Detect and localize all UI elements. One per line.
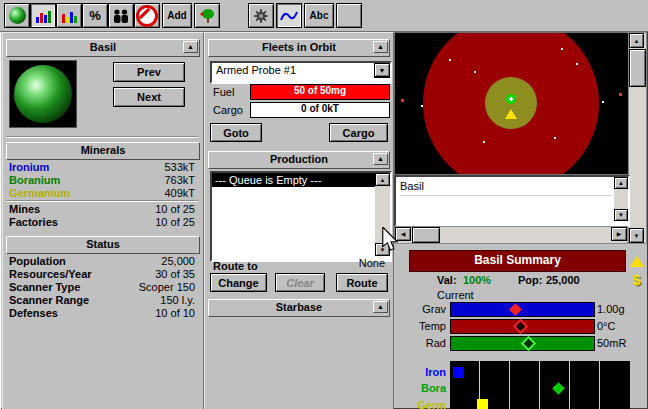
planet-list-scrollbar[interactable]: ▲ ▼ xyxy=(614,177,628,221)
population-button[interactable] xyxy=(108,3,134,28)
temp-bar xyxy=(450,319,595,334)
val-label: Val: xyxy=(437,274,457,286)
enemy-dot xyxy=(401,99,404,102)
planet-list-item[interactable]: Basil xyxy=(400,180,612,196)
mineral-row-boranium: Boranium 763kT xyxy=(9,174,197,187)
grav-value: 1.00g xyxy=(597,303,625,315)
collapse-starbase-button[interactable]: ▲ xyxy=(373,301,388,313)
scroll-right-icon[interactable]: ▶ xyxy=(611,227,627,241)
add-waypoint-button[interactable]: Add xyxy=(162,3,192,28)
planet-name: Basil xyxy=(90,41,116,53)
grav-bar xyxy=(450,302,595,317)
population-row: Population 25,000 xyxy=(9,255,197,268)
iron-surface-marker xyxy=(453,367,464,378)
collapse-fleets-button[interactable]: ▲ xyxy=(373,41,388,53)
cargo-label: Cargo xyxy=(213,104,243,116)
collapse-planet-panel-button[interactable]: ▲ xyxy=(183,41,198,53)
planet-image[interactable] xyxy=(9,60,77,128)
grav-marker-icon xyxy=(509,303,522,316)
bora-label: Bora xyxy=(394,382,446,394)
star xyxy=(421,105,423,107)
temp-label: Temp xyxy=(394,320,446,332)
fleet-select-value: Armed Probe #1 xyxy=(216,64,296,77)
fleet-marker-icon[interactable] xyxy=(505,109,517,119)
queue-item-selected[interactable]: --- Queue is Empty --- xyxy=(212,173,375,187)
resources-row: Resources/Year 30 of 35 xyxy=(9,268,197,281)
grav-label: Grav xyxy=(394,303,446,315)
cargo-button[interactable]: Cargo xyxy=(329,123,388,142)
divider xyxy=(6,200,198,202)
dropdown-arrow-icon[interactable]: ▼ xyxy=(374,63,390,78)
environment-button[interactable] xyxy=(194,3,220,28)
map-horizontal-scrollbar[interactable]: ◀ ▶ xyxy=(394,226,628,244)
planet-panel-header: Basil ▲ xyxy=(6,39,200,57)
summary-collapse-button[interactable] xyxy=(628,251,646,269)
planet-view-button[interactable] xyxy=(4,3,30,28)
rad-label: Rad xyxy=(394,337,446,349)
goto-button[interactable]: Goto xyxy=(210,123,262,142)
scroll-thumb[interactable] xyxy=(412,227,440,243)
scroll-down-icon[interactable]: ▼ xyxy=(629,228,644,243)
star xyxy=(602,101,604,103)
dollar-icon: $ xyxy=(633,272,641,288)
star xyxy=(554,137,556,139)
production-queue-list[interactable]: --- Queue is Empty --- ▲ ▼ xyxy=(210,171,392,262)
route-curve-icon xyxy=(280,8,298,24)
germ-label: Germ xyxy=(394,399,446,409)
rad-marker-icon xyxy=(520,336,536,352)
stacked-chart-button[interactable] xyxy=(56,3,82,28)
no-friendlies-button[interactable] xyxy=(134,3,160,28)
clear-route-button: Clear xyxy=(275,273,325,292)
fuel-label: Fuel xyxy=(213,86,234,98)
pop-value: 25,000 xyxy=(546,274,580,286)
fuel-gauge: 50 of 50mg xyxy=(250,84,390,100)
percent-button[interactable]: % xyxy=(82,3,108,28)
abc-icon: Abc xyxy=(310,10,329,21)
mineral-row-germanium: Germanium 409kT xyxy=(9,187,197,200)
gridline xyxy=(599,361,600,409)
tree-icon xyxy=(199,8,215,24)
factories-row: Factories 10 of 25 xyxy=(9,216,197,229)
scanner-map[interactable] xyxy=(394,32,630,175)
yellow-up-arrow-icon xyxy=(630,256,644,267)
collapse-production-button[interactable]: ▲ xyxy=(373,153,388,165)
blank-toolbar-button[interactable] xyxy=(336,3,362,28)
mineral-graph xyxy=(450,361,630,409)
no-entry-icon xyxy=(136,5,158,27)
map-vertical-scrollbar[interactable]: ▲ ▼ xyxy=(628,32,647,244)
scroll-up-icon[interactable]: ▲ xyxy=(629,33,644,48)
scroll-up-icon[interactable]: ▲ xyxy=(614,177,628,189)
star xyxy=(483,141,485,143)
change-production-button[interactable]: Change xyxy=(210,273,267,292)
selected-planet-dot[interactable] xyxy=(506,94,516,104)
scanner-type-row: Scanner Type Scoper 150 xyxy=(9,281,197,294)
planet-list[interactable]: Basil ▲ ▼ xyxy=(394,175,630,227)
scroll-down-icon[interactable]: ▼ xyxy=(614,209,628,221)
next-planet-button[interactable]: Next xyxy=(113,87,185,107)
scroll-thumb[interactable] xyxy=(629,49,646,87)
fleet-production-panel: Fleets in Orbit ▲ Armed Probe #1 ▼ Fuel … xyxy=(204,32,394,409)
scroll-up-icon[interactable]: ▲ xyxy=(375,173,390,186)
prev-planet-button[interactable]: Prev xyxy=(113,62,185,82)
route-button[interactable]: Route xyxy=(336,273,388,292)
val-value: 100% xyxy=(463,274,491,286)
star xyxy=(561,48,563,50)
ship-names-button[interactable]: Abc xyxy=(304,3,334,28)
production-header: Production ▲ xyxy=(208,151,390,169)
current-label: Current xyxy=(437,289,474,301)
minerals-header: Minerals xyxy=(6,142,200,160)
minefields-button[interactable] xyxy=(248,3,274,28)
enemy-dot xyxy=(619,93,622,96)
star xyxy=(474,71,476,73)
divider xyxy=(6,136,198,138)
bar-chart-button[interactable] xyxy=(30,3,56,28)
status-header: Status xyxy=(6,236,200,254)
gridline xyxy=(509,361,510,409)
planet-panel: Basil ▲ Prev Next Minerals Ironium 533kT… xyxy=(2,32,204,409)
rad-value: 50mR xyxy=(597,337,626,349)
fleet-select[interactable]: Armed Probe #1 ▼ xyxy=(210,61,392,84)
fleet-paths-button[interactable] xyxy=(276,3,302,28)
mine-icon xyxy=(253,8,269,24)
starbase-header: Starbase ▲ xyxy=(208,299,390,317)
toolbar: % Add xyxy=(0,0,648,32)
